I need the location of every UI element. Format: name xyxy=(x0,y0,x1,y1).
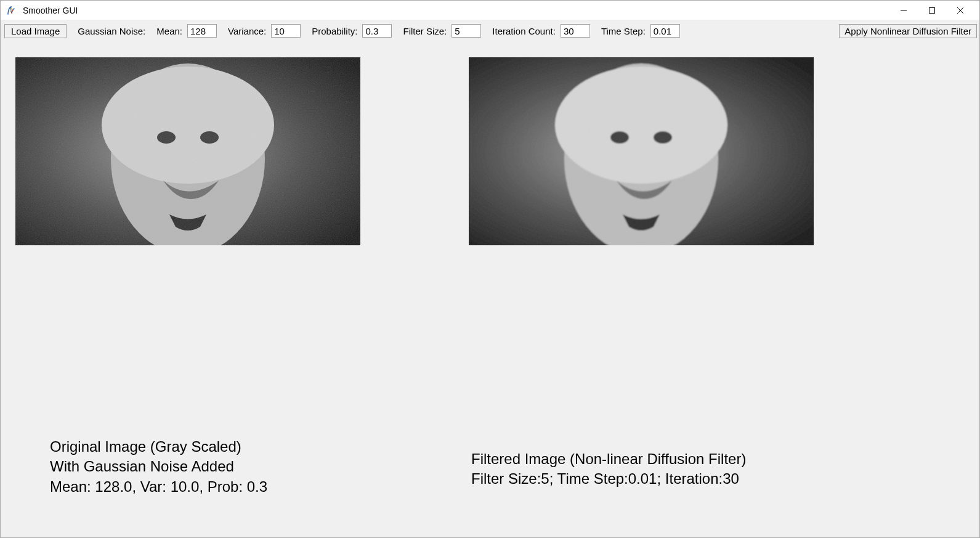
gaussian-noise-label: Gaussian Noise: xyxy=(78,26,145,36)
caption-line: Original Image (Gray Scaled) xyxy=(50,437,407,457)
toolbar: Load Image Gaussian Noise: Mean: Varianc… xyxy=(2,22,978,40)
caption-line: Filter Size:5; Time Step:0.01; Iteration… xyxy=(471,469,865,489)
variance-label: Variance: xyxy=(228,26,266,36)
apply-filter-button[interactable]: Apply Nonlinear Diffusion Filter xyxy=(839,24,977,38)
load-image-button[interactable]: Load Image xyxy=(4,24,67,38)
close-button[interactable] xyxy=(946,1,974,20)
svg-rect-6 xyxy=(15,57,360,245)
original-image-caption: Original Image (Gray Scaled) With Gaussi… xyxy=(50,437,407,497)
title-bar: Smoother GUI xyxy=(1,1,979,20)
caption-line: With Gaussian Noise Added xyxy=(50,457,407,476)
maximize-button[interactable] xyxy=(918,1,946,20)
iteration-count-label: Iteration Count: xyxy=(492,26,556,36)
filter-size-input[interactable] xyxy=(452,24,481,38)
minimize-button[interactable] xyxy=(889,1,918,20)
iteration-count-input[interactable] xyxy=(561,24,590,38)
mean-input[interactable] xyxy=(187,24,217,38)
original-image xyxy=(15,57,360,245)
client-area: Load Image Gaussian Noise: Mean: Varianc… xyxy=(1,20,979,537)
caption-line: Mean: 128.0, Var: 10.0, Prob: 0.3 xyxy=(50,477,407,497)
window-title: Smoother GUI xyxy=(23,6,78,15)
filtered-image-caption: Filtered Image (Non-linear Diffusion Fil… xyxy=(471,449,865,489)
mean-label: Mean: xyxy=(156,26,182,36)
svg-rect-0 xyxy=(929,7,935,13)
variance-input[interactable] xyxy=(271,24,301,38)
filtered-image xyxy=(469,57,814,245)
app-window: Smoother GUI Load Image Gaussian Noise: … xyxy=(0,0,980,538)
time-step-label: Time Step: xyxy=(601,26,646,36)
app-icon xyxy=(6,5,17,16)
probability-label: Probability: xyxy=(312,26,357,36)
window-controls xyxy=(889,1,974,20)
caption-line: Filtered Image (Non-linear Diffusion Fil… xyxy=(471,449,865,469)
filter-size-label: Filter Size: xyxy=(403,26,447,36)
time-step-input[interactable] xyxy=(650,24,680,38)
svg-rect-12 xyxy=(469,57,814,245)
probability-input[interactable] xyxy=(362,24,392,38)
